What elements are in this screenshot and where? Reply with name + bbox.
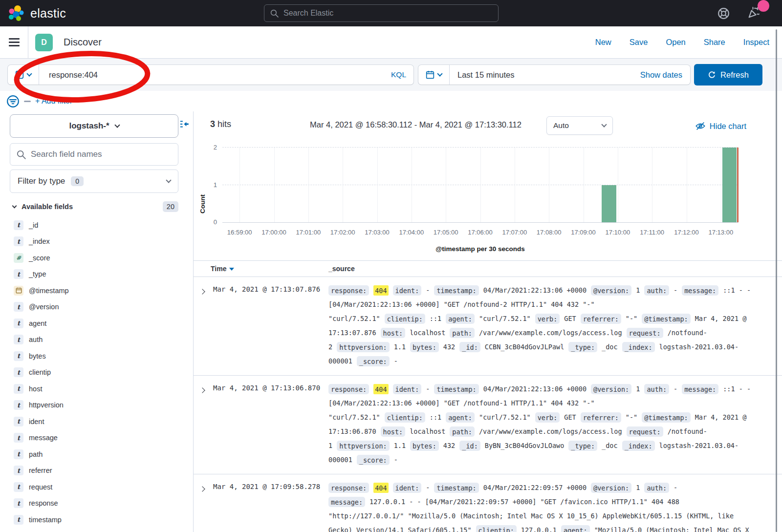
field-item[interactable]: tresponse [10, 495, 193, 512]
source-value: ::1 [430, 315, 441, 322]
date-quick-select-button[interactable] [418, 65, 450, 85]
field-item[interactable]: tbytes [10, 348, 193, 364]
global-search-input[interactable]: Search Elastic [264, 4, 499, 22]
source-field-badge: referrer: [581, 314, 621, 324]
add-filter-button[interactable]: + Add filter [35, 97, 72, 106]
expand-row-icon[interactable] [198, 382, 213, 467]
share-button[interactable]: Share [704, 38, 725, 47]
source-field-badge: host: [381, 328, 406, 338]
string-field-type-icon: t [14, 433, 23, 443]
string-field-type-icon: t [14, 236, 23, 246]
field-item[interactable]: tident [10, 413, 193, 430]
interval-select[interactable]: Auto [546, 116, 613, 135]
hits-count: 3 hits [210, 119, 231, 129]
highlighted-value: 404 [373, 483, 388, 493]
saved-query-icon [15, 70, 24, 79]
sort-desc-icon [229, 268, 234, 271]
expand-row-icon[interactable] [198, 283, 213, 368]
string-field-type-icon: t [14, 498, 23, 508]
x-tick-label: 17:12:00 [674, 229, 699, 236]
filter-bar: + Add filter [0, 91, 782, 111]
field-item[interactable]: tauth [10, 332, 193, 348]
help-icon[interactable] [717, 7, 730, 20]
string-field-type-icon: t [14, 367, 23, 377]
scrollbar[interactable] [776, 29, 777, 532]
collapse-sidebar-icon[interactable] [179, 119, 189, 131]
elastic-logo[interactable]: elastic [0, 5, 264, 21]
field-name: timestamp [29, 516, 62, 524]
field-name: clientip [29, 368, 51, 376]
table-row: Mar 4, 2021 @ 17:13:07.876response:404id… [194, 277, 782, 376]
source-field-badge: @timestamp: [642, 412, 690, 423]
filter-icon[interactable] [6, 95, 20, 108]
source-value: 1.1 [394, 343, 406, 351]
column-header-time[interactable]: Time [211, 265, 234, 273]
string-field-type-icon: t [14, 351, 23, 361]
index-pattern-select[interactable]: logstash-* [10, 114, 178, 138]
hide-chart-button[interactable]: Hide chart [695, 121, 746, 131]
refresh-button[interactable]: Refresh [694, 64, 762, 85]
field-item[interactable]: @timestamp [10, 282, 193, 299]
source-field-badge: response: [328, 483, 369, 493]
y-tick-label: 1 [203, 181, 217, 189]
histogram-bar[interactable] [602, 185, 616, 223]
field-item[interactable]: thttpversion [10, 397, 193, 414]
menu-hamburger-icon[interactable] [0, 26, 28, 58]
field-item[interactable]: tagent [10, 315, 193, 332]
source-value: CCBN_3cB04dGovJLPawl [485, 343, 565, 351]
time-range-value[interactable]: Last 15 minutes [450, 70, 514, 80]
inspect-button[interactable]: Inspect [743, 38, 769, 47]
histogram-chart[interactable]: Count 16:59:0017:00:0017:01:0017:02:0017… [194, 142, 782, 264]
x-tick-label: 17:08:00 [537, 229, 562, 236]
app-navbar: D Discover New Save Open Share Inspect [0, 26, 782, 59]
x-tick-label: 17:01:00 [296, 229, 321, 236]
field-name: _id [29, 221, 38, 229]
x-tick-label: 17:00:00 [261, 229, 286, 236]
field-item[interactable]: trequest [10, 479, 193, 495]
field-item[interactable]: treferrer [10, 463, 193, 479]
available-fields-header[interactable]: Available fields 20 [10, 201, 178, 212]
v-gridline [412, 148, 412, 222]
discover-app-tile[interactable]: D [35, 34, 53, 51]
show-dates-button[interactable]: Show dates [640, 70, 690, 80]
query-language-button[interactable]: KQL [384, 70, 413, 79]
field-item[interactable]: t_id [10, 217, 193, 234]
content-area: logstash-* Search field names F [0, 111, 782, 532]
source-value: - [394, 456, 398, 464]
field-item[interactable]: t_type [10, 266, 193, 283]
source-field-badge: clientip: [476, 525, 517, 532]
source-value: - [394, 357, 398, 365]
brand-text: elastic [30, 6, 66, 21]
field-item[interactable]: t_index [10, 234, 193, 250]
field-item[interactable]: tmessage [10, 430, 193, 447]
highlighted-value: 404 [373, 384, 388, 394]
page-title: Discover [64, 37, 102, 48]
field-item[interactable]: tpath [10, 446, 193, 463]
source-value: _doc [602, 442, 618, 449]
field-name: _index [29, 237, 50, 245]
chevron-down-icon [12, 203, 17, 208]
column-header-source: _source [328, 265, 355, 273]
x-tick-label: 17:03:00 [365, 229, 390, 236]
field-search-input[interactable]: Search field names [10, 143, 178, 166]
save-button[interactable]: Save [630, 38, 648, 47]
v-gridline [446, 148, 446, 222]
number-field-type-icon: # [14, 253, 23, 263]
source-field-badge: auth: [644, 384, 669, 394]
field-item[interactable]: #_score [10, 250, 193, 266]
source-field-badge: verb: [535, 314, 560, 324]
documents-table: Time _source Mar 4, 2021 @ 17:13:07.876r… [194, 260, 782, 532]
field-item[interactable]: ttimestamp [10, 511, 193, 528]
query-input[interactable]: response:404 [39, 70, 384, 80]
field-item[interactable]: t@version [10, 299, 193, 316]
filter-by-type-select[interactable]: Filter by type 0 [10, 170, 178, 193]
expand-row-icon[interactable] [198, 481, 213, 532]
histogram-bar[interactable] [722, 148, 737, 222]
results-panel: 3 hits Mar 4, 2021 @ 16:58:30.112 - Mar … [194, 111, 782, 532]
chevron-down-icon [114, 122, 120, 128]
field-item[interactable]: thost [10, 381, 193, 397]
saved-query-menu-button[interactable] [8, 65, 39, 85]
field-item[interactable]: tclientip [10, 364, 193, 381]
open-button[interactable]: Open [666, 38, 685, 47]
new-button[interactable]: New [595, 38, 611, 47]
